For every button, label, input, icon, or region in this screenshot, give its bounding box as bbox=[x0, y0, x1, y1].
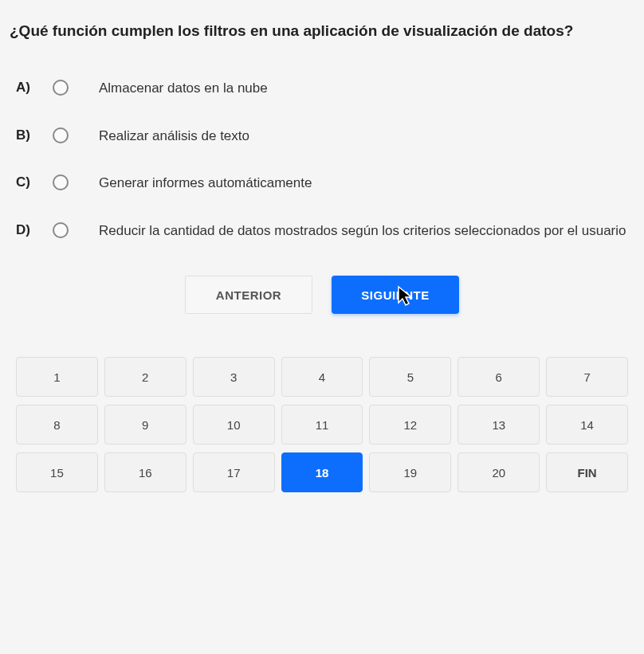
radio-b[interactable] bbox=[53, 127, 69, 143]
options-list: A) Almacenar datos en la nube B) Realiza… bbox=[10, 78, 634, 241]
radio-c[interactable] bbox=[53, 174, 69, 190]
page-button-12[interactable]: 12 bbox=[369, 405, 451, 444]
option-letter: C) bbox=[16, 173, 35, 190]
page-button-9[interactable]: 9 bbox=[104, 405, 187, 444]
page-button-16[interactable]: 16 bbox=[104, 452, 187, 492]
page-button-3[interactable]: 3 bbox=[193, 357, 275, 397]
page-button-2[interactable]: 2 bbox=[104, 357, 187, 397]
option-a[interactable]: A) Almacenar datos en la nube bbox=[10, 78, 634, 99]
page-button-14[interactable]: 14 bbox=[546, 405, 628, 444]
page-button-13[interactable]: 13 bbox=[457, 405, 540, 444]
radio-a[interactable] bbox=[53, 80, 69, 96]
option-text: Generar informes automáticamente bbox=[86, 173, 312, 194]
page-button-5[interactable]: 5 bbox=[369, 357, 451, 397]
page-button-11[interactable]: 11 bbox=[281, 405, 363, 444]
option-text: Realizar análisis de texto bbox=[86, 126, 249, 147]
option-letter: A) bbox=[16, 78, 35, 96]
page-button-18[interactable]: 18 bbox=[281, 452, 363, 492]
option-letter: D) bbox=[16, 221, 35, 238]
page-button-10[interactable]: 10 bbox=[193, 405, 275, 444]
page-button-20[interactable]: 20 bbox=[457, 452, 540, 492]
next-button-label: SIGUIENTE bbox=[361, 288, 429, 302]
option-letter: B) bbox=[16, 126, 35, 143]
question-text: ¿Qué función cumplen los filtros en una … bbox=[10, 22, 634, 40]
page-button-15[interactable]: 15 bbox=[16, 452, 98, 492]
nav-buttons: ANTERIOR SIGUIENTE bbox=[10, 276, 634, 314]
page-button-7[interactable]: 7 bbox=[546, 357, 628, 397]
page-button-1[interactable]: 1 bbox=[16, 357, 98, 397]
page-button-8[interactable]: 8 bbox=[16, 405, 98, 444]
page-button-17[interactable]: 17 bbox=[193, 452, 275, 492]
next-button[interactable]: SIGUIENTE bbox=[332, 276, 459, 314]
option-b[interactable]: B) Realizar análisis de texto bbox=[10, 126, 634, 147]
option-text: Reducir la cantidad de datos mostrados s… bbox=[86, 221, 626, 241]
previous-button[interactable]: ANTERIOR bbox=[185, 276, 312, 314]
page-button-6[interactable]: 6 bbox=[457, 357, 540, 397]
option-d[interactable]: D) Reducir la cantidad de datos mostrado… bbox=[10, 221, 634, 241]
pager: 1234567891011121314151617181920FIN bbox=[10, 357, 634, 492]
page-button-fin[interactable]: FIN bbox=[546, 452, 628, 492]
page-button-19[interactable]: 19 bbox=[369, 452, 451, 492]
option-text: Almacenar datos en la nube bbox=[86, 78, 268, 99]
page-button-4[interactable]: 4 bbox=[281, 357, 363, 397]
option-c[interactable]: C) Generar informes automáticamente bbox=[10, 173, 634, 194]
radio-d[interactable] bbox=[53, 222, 69, 238]
